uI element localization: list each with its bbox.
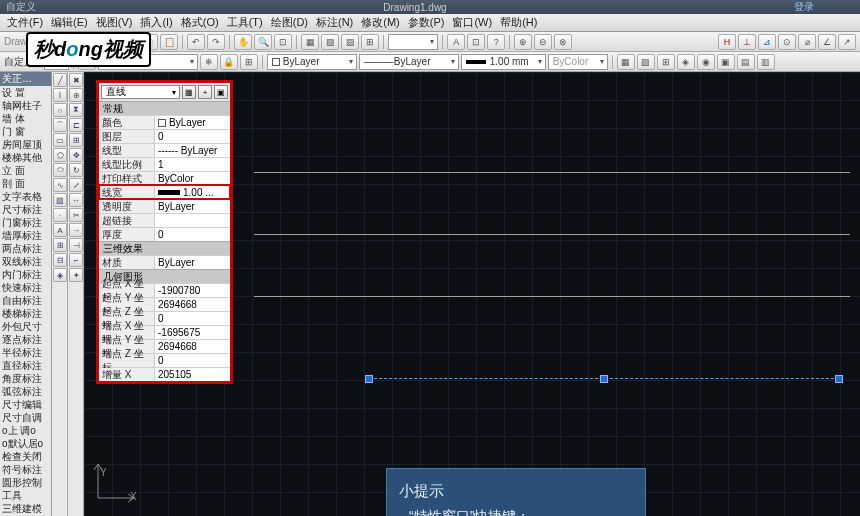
menu-dim[interactable]: 标注(N) [313,15,356,30]
sidebar-item[interactable]: 墙厚标注 [0,229,51,242]
tb-icon[interactable]: ▥ [757,54,775,70]
pan-icon[interactable]: ✋ [234,34,252,50]
sidebar-item[interactable]: 轴网柱子 [0,99,51,112]
sidebar-item[interactable]: 尺寸自调 [0,411,51,424]
tb-icon[interactable]: ▦ [301,34,319,50]
sidebar-item[interactable]: 门 窗 [0,125,51,138]
tb-icon[interactable]: ⊡ [467,34,485,50]
sidebar-item[interactable]: 三维建模 [0,502,51,515]
hatch-icon[interactable]: ▨ [53,193,67,207]
sidebar-item[interactable]: 房间屋顶 [0,138,51,151]
menu-tools[interactable]: 工具(T) [224,15,266,30]
tb-icon[interactable]: ? [487,34,505,50]
sidebar-item[interactable]: 检查关闭 [0,450,51,463]
layer-icon[interactable]: ⊞ [240,54,258,70]
prop-lineweight[interactable]: 线宽1.00 ... [99,185,230,199]
selected-line[interactable] [369,378,839,379]
sidebar-item[interactable]: 剖 面 [0,177,51,190]
grip-end[interactable] [835,375,843,383]
menu-param[interactable]: 参数(P) [405,15,448,30]
group-3d[interactable]: 三维效果 [99,241,230,255]
paste-icon[interactable]: 📋 [160,34,178,50]
sidebar-item[interactable]: 逐点标注 [0,333,51,346]
geometry-line[interactable] [254,234,850,235]
layer-icon[interactable]: ❄ [200,54,218,70]
menu-insert[interactable]: 插入(I) [137,15,175,30]
stretch-icon[interactable]: ↔ [69,193,83,207]
prop-thickness[interactable]: 厚度0 [99,227,230,241]
move-icon[interactable]: ✥ [69,148,83,162]
view-dropdown[interactable] [388,34,438,50]
prop-color[interactable]: 颜色ByLayer [99,115,230,129]
dim-icon[interactable]: ⊙ [778,34,796,50]
sidebar-item[interactable]: 外包尺寸 [0,320,51,333]
menu-modify[interactable]: 修改(M) [358,15,403,30]
tb-icon[interactable]: ▧ [321,34,339,50]
sidebar-item[interactable]: 圆形控制 [0,476,51,489]
geometry-line[interactable] [254,296,850,297]
prop-delta-x[interactable]: 增量 X205105 [99,367,230,381]
tb-icon[interactable]: ⊖ [534,34,552,50]
sidebar-item[interactable]: 尺寸标注 [0,203,51,216]
dim-icon[interactable]: ↗ [838,34,856,50]
login-link[interactable]: 登录 [794,0,814,14]
dim-icon[interactable]: ⌀ [798,34,816,50]
sidebar-item[interactable]: 门窗标注 [0,216,51,229]
layer-icon[interactable]: 🔒 [220,54,238,70]
tb-icon[interactable]: ▨ [341,34,359,50]
dim-icon[interactable]: H [718,34,736,50]
sidebar-item[interactable]: o默认居o [0,437,51,450]
sidebar-item[interactable]: 内门标注 [0,268,51,281]
sidebar-item[interactable]: 半径标注 [0,346,51,359]
spline-icon[interactable]: ∿ [53,178,67,192]
tb-icon[interactable]: ⊞ [361,34,379,50]
erase-icon[interactable]: ✖ [69,73,83,87]
tb-icon[interactable]: ▤ [737,54,755,70]
tb-icon[interactable]: A [447,34,465,50]
menu-help[interactable]: 帮助(H) [497,15,540,30]
dim-icon[interactable]: ∠ [818,34,836,50]
text-icon[interactable]: A [53,223,67,237]
prop-linetype[interactable]: 线型------ ByLayer [99,143,230,157]
sidebar-item[interactable]: 符号标注 [0,463,51,476]
table-icon[interactable]: ⊟ [53,253,67,267]
tb-icon[interactable]: ⊕ [514,34,532,50]
prop-end-z[interactable]: 端点 Z 坐标0 [99,353,230,367]
tb-icon[interactable]: ◈ [677,54,695,70]
zoom-ext-icon[interactable]: ⊡ [274,34,292,50]
pickadd-icon[interactable]: + [198,85,212,99]
tb-icon[interactable]: ▣ [717,54,735,70]
circle-icon[interactable]: ○ [53,103,67,117]
dim-icon[interactable]: ⊥ [738,34,756,50]
sidebar-item[interactable]: 立 面 [0,164,51,177]
sidebar-item[interactable]: 快速标注 [0,281,51,294]
menu-format[interactable]: 格式(O) [178,15,222,30]
line-icon[interactable]: ╱ [53,73,67,87]
sidebar-item[interactable]: 直径标注 [0,359,51,372]
break-icon[interactable]: ⊣ [69,238,83,252]
point-icon[interactable]: · [53,208,67,222]
menu-draw[interactable]: 绘图(D) [268,15,311,30]
undo-icon[interactable]: ↶ [187,34,205,50]
sidebar-item[interactable]: 墙 体 [0,112,51,125]
trim-icon[interactable]: ✂ [69,208,83,222]
menu-view[interactable]: 视图(V) [93,15,136,30]
sidebar-item[interactable]: 两点标注 [0,242,51,255]
explode-icon[interactable]: ✦ [69,268,83,282]
group-general[interactable]: 常规 [99,101,230,115]
ellipse-icon[interactable]: ⬭ [53,163,67,177]
prop-material[interactable]: 材质ByLayer [99,255,230,269]
grip-mid[interactable] [600,375,608,383]
sidebar-item[interactable]: 尺寸编辑 [0,398,51,411]
quickselect-icon[interactable]: ▦ [182,85,196,99]
prop-hyperlink[interactable]: 超链接 [99,213,230,227]
rect-icon[interactable]: ▭ [53,133,67,147]
tb-icon[interactable]: ▧ [637,54,655,70]
sidebar-item[interactable]: 自由标注 [0,294,51,307]
extend-icon[interactable]: → [69,223,83,237]
region-icon[interactable]: ◈ [53,268,67,282]
array-icon[interactable]: ⊞ [69,133,83,147]
prop-ltscale[interactable]: 线型比例1 [99,157,230,171]
scale-icon[interactable]: ⤢ [69,178,83,192]
tb-icon[interactable]: ◉ [697,54,715,70]
